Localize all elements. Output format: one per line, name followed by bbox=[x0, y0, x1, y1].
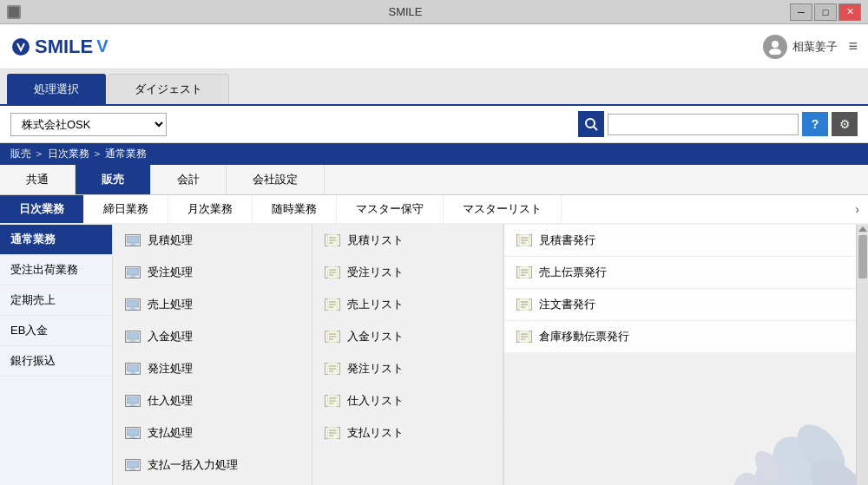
svg-rect-6 bbox=[127, 236, 139, 243]
item-estimate-proc[interactable]: 見積処理 bbox=[113, 225, 312, 257]
doc-icon bbox=[325, 363, 340, 375]
sidebar-item-periodic[interactable]: 定期売上 bbox=[0, 285, 112, 316]
close-button[interactable]: ✕ bbox=[838, 3, 861, 21]
item-sales-voucher[interactable]: 売上伝票発行 bbox=[504, 257, 856, 289]
item-label: 受注処理 bbox=[148, 265, 193, 280]
maximize-button[interactable]: □ bbox=[814, 3, 837, 21]
sub-tab-daily[interactable]: 日次業務 bbox=[0, 195, 84, 223]
svg-point-3 bbox=[769, 49, 781, 55]
search-input[interactable] bbox=[608, 114, 799, 135]
svg-point-2 bbox=[772, 41, 779, 48]
svg-rect-15 bbox=[127, 332, 139, 339]
search-area: ? ⚙ bbox=[578, 111, 858, 137]
app-icon bbox=[7, 5, 21, 19]
item-order-issue[interactable]: 発注処理 bbox=[113, 353, 312, 385]
sidebar-item-bank[interactable]: 銀行振込 bbox=[0, 346, 112, 377]
item-label: 支払一括入力処理 bbox=[148, 457, 238, 473]
tab-digest[interactable]: ダイジェスト bbox=[108, 74, 229, 104]
item-order-issue-list[interactable]: 発注リスト bbox=[312, 353, 503, 385]
settings-button[interactable]: ⚙ bbox=[832, 112, 858, 136]
scroll-thumb[interactable] bbox=[858, 235, 867, 279]
menu-icon[interactable]: ≡ bbox=[848, 37, 858, 56]
svg-rect-7 bbox=[131, 243, 135, 245]
sub-tab-monthly[interactable]: 月次業務 bbox=[168, 195, 253, 223]
tab-processing[interactable]: 処理選択 bbox=[7, 74, 106, 104]
item-purchase-list[interactable]: 仕入リスト bbox=[312, 385, 503, 417]
svg-rect-12 bbox=[127, 300, 139, 307]
monitor-icon bbox=[125, 298, 141, 311]
window-controls[interactable]: ─ □ ✕ bbox=[790, 3, 861, 21]
sub-tab-occasional[interactable]: 随時業務 bbox=[253, 195, 337, 223]
item-sales-list[interactable]: 売上リスト bbox=[312, 289, 503, 321]
item-order-list[interactable]: 受注リスト bbox=[312, 257, 503, 289]
item-purchase-proc[interactable]: 仕入処理 bbox=[113, 385, 312, 417]
doc-icon bbox=[325, 234, 340, 246]
sub-tabs-more-arrow[interactable]: › bbox=[846, 197, 868, 221]
svg-rect-13 bbox=[131, 307, 135, 309]
scrollbar[interactable] bbox=[856, 225, 868, 485]
svg-rect-23 bbox=[129, 405, 136, 406]
sidebar-item-shipment[interactable]: 受注出荷業務 bbox=[0, 255, 112, 285]
doc-icon bbox=[516, 266, 532, 279]
item-pay-list[interactable]: 支払リスト bbox=[312, 417, 503, 449]
user-avatar bbox=[763, 35, 787, 59]
sidebar-item-eb[interactable]: EB入金 bbox=[0, 316, 112, 346]
doc-icon bbox=[516, 331, 532, 343]
search-button[interactable] bbox=[578, 111, 604, 137]
item-estimate-list[interactable]: 見積リスト bbox=[312, 225, 503, 257]
item-label: 売上リスト bbox=[347, 297, 404, 312]
svg-rect-29 bbox=[129, 469, 136, 470]
svg-rect-19 bbox=[131, 371, 135, 373]
item-inventory-plan[interactable]: 入出庫予定処理 bbox=[113, 482, 312, 485]
cat-tab-accounting[interactable]: 会計 bbox=[151, 165, 227, 194]
item-inventory-plan-list[interactable]: 入出庫予定リスト bbox=[312, 482, 503, 485]
item-order-issue-doc[interactable]: 注文書発行 bbox=[504, 289, 856, 321]
header-right: 相葉姜子 ≡ bbox=[763, 35, 858, 59]
svg-rect-16 bbox=[131, 339, 135, 341]
svg-rect-20 bbox=[129, 373, 136, 374]
logo-v: V bbox=[96, 36, 108, 56]
cat-tab-company[interactable]: 会社設定 bbox=[227, 165, 325, 194]
main-tab-bar: 処理選択 ダイジェスト bbox=[0, 69, 868, 106]
sub-tab-master-maint[interactable]: マスター保守 bbox=[337, 195, 444, 223]
doc-icon bbox=[325, 266, 340, 279]
svg-rect-28 bbox=[131, 468, 135, 469]
svg-rect-25 bbox=[131, 436, 135, 437]
scroll-up-arrow[interactable] bbox=[858, 226, 867, 232]
cat-tab-sales[interactable]: 販売 bbox=[76, 165, 151, 194]
item-label: 注文書発行 bbox=[539, 297, 595, 312]
logo-icon bbox=[10, 36, 31, 57]
svg-rect-27 bbox=[127, 461, 139, 468]
sub-tabs: 日次業務 締日業務 月次業務 随時業務 マスター保守 マスターリスト › bbox=[0, 195, 868, 225]
item-payment-proc[interactable]: 入金処理 bbox=[113, 321, 312, 353]
user-name: 相葉姜子 bbox=[792, 39, 838, 55]
item-warehouse-slip[interactable]: 倉庫移動伝票発行 bbox=[504, 321, 856, 353]
item-label: 発注リスト bbox=[347, 361, 404, 377]
sub-tab-closing[interactable]: 締日業務 bbox=[84, 195, 168, 223]
category-tabs: 共通 販売 会計 会社設定 bbox=[0, 165, 868, 195]
doc-icon bbox=[325, 331, 340, 343]
doc-icon bbox=[325, 298, 340, 311]
item-order-proc[interactable]: 受注処理 bbox=[113, 257, 312, 289]
sub-tab-master-list[interactable]: マスターリスト bbox=[444, 195, 562, 223]
company-select[interactable]: 株式会社OSK bbox=[10, 113, 167, 136]
item-payment-list[interactable]: 入金リスト bbox=[312, 321, 503, 353]
titlebar: SMILE ─ □ ✕ bbox=[0, 0, 868, 24]
help-button[interactable]: ? bbox=[802, 112, 828, 136]
monitor-icon bbox=[125, 395, 141, 407]
item-pay-proc[interactable]: 支払処理 bbox=[113, 417, 312, 449]
cat-tab-common[interactable]: 共通 bbox=[0, 165, 76, 194]
toolbar: 株式会社OSK ? ⚙ bbox=[0, 106, 868, 143]
window-title: SMILE bbox=[21, 5, 790, 18]
svg-rect-26 bbox=[129, 437, 136, 438]
item-sales-proc[interactable]: 売上処理 bbox=[113, 289, 312, 321]
main-content: 通常業務 受注出荷業務 定期売上 EB入金 銀行振込 見積処理 受注処理 bbox=[0, 225, 868, 485]
item-estimate-issue[interactable]: 見積書発行 bbox=[504, 225, 856, 257]
sidebar-item-normal[interactable]: 通常業務 bbox=[0, 225, 112, 255]
minimize-button[interactable]: ─ bbox=[790, 3, 812, 21]
user-section: 相葉姜子 bbox=[763, 35, 838, 59]
svg-rect-0 bbox=[9, 7, 19, 17]
svg-rect-14 bbox=[129, 309, 136, 310]
item-bulk-pay[interactable]: 支払一括入力処理 bbox=[113, 449, 312, 482]
item-label: 見積処理 bbox=[148, 233, 193, 248]
